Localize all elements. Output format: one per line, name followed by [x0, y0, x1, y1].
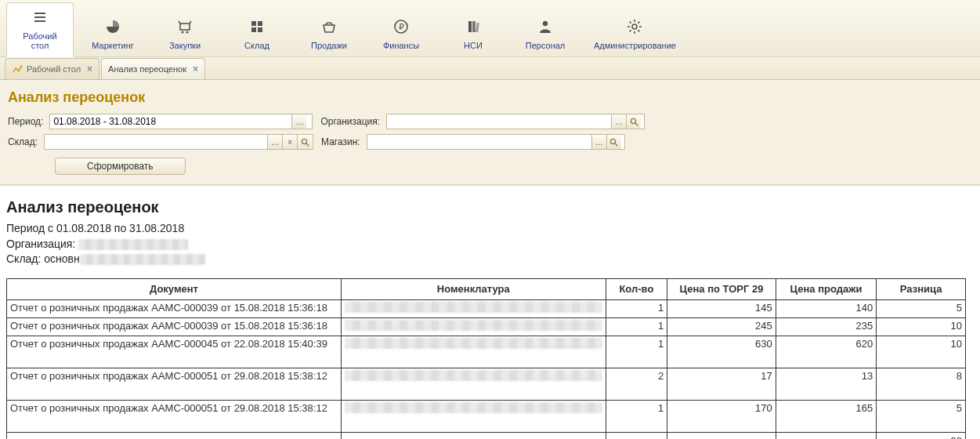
svg-point-30: [302, 139, 306, 143]
svg-rect-1: [34, 16, 45, 18]
sklad-search-button[interactable]: [297, 135, 312, 149]
svg-rect-9: [258, 21, 262, 26]
generate-button[interactable]: Сформировать: [55, 158, 186, 175]
cell-nomenclature: [341, 368, 606, 400]
cell-total-diff: 38: [877, 432, 966, 439]
cell-document: Отчет о розничных продажах ААМС-000051 о…: [7, 368, 342, 400]
cell-sale: 140: [776, 299, 877, 317]
toolbar-item-8[interactable]: Администрирование: [584, 13, 685, 56]
pie-icon: [103, 17, 122, 36]
cell-torg: 170: [667, 400, 776, 432]
toolbar-item-5[interactable]: ₽Финансы: [368, 13, 434, 56]
cell-torg: 145: [667, 299, 776, 317]
toolbar-item-2[interactable]: Закупки: [152, 13, 218, 56]
magazin-ellipsis-button[interactable]: …: [591, 135, 606, 149]
close-icon[interactable]: ×: [193, 63, 198, 74]
sklad-ellipsis-button[interactable]: …: [267, 135, 282, 149]
svg-point-18: [632, 24, 637, 29]
period-input-wrap: …: [49, 114, 313, 129]
cell-document: Отчет о розничных продажах ААМС-000051 о…: [7, 400, 342, 432]
toolbar-item-label: Администрирование: [594, 41, 676, 50]
toolbar-item-label: Рабочий: [23, 31, 56, 41]
cell-diff: 5: [877, 400, 966, 432]
toolbar-item-0[interactable]: Рабочийстол: [6, 2, 74, 57]
org-search-button[interactable]: [626, 114, 641, 129]
svg-line-29: [635, 122, 638, 125]
redacted-text: [345, 302, 602, 313]
toolbar-item-label: Продажи: [311, 41, 347, 50]
table-totals-row: 38: [7, 432, 966, 439]
sklad-clear-button[interactable]: ×: [282, 135, 297, 149]
toolbar-item-label2: стол: [31, 41, 49, 50]
svg-rect-14: [468, 21, 472, 32]
org-input[interactable]: [387, 114, 611, 129]
svg-rect-11: [258, 27, 262, 32]
cell-nomenclature: [341, 299, 606, 317]
cell-sale: 13: [776, 368, 877, 400]
toolbar-item-1[interactable]: Маркетинг: [80, 13, 146, 56]
period-input[interactable]: [50, 114, 291, 129]
report-org-prefix: Организация:: [6, 238, 75, 250]
org-input-wrap: …: [386, 114, 645, 129]
tab-label: Анализ переоценок: [108, 64, 186, 74]
report-area: Анализ переоценок Период с 01.08.2018 по…: [0, 185, 980, 439]
cell-sale: 165: [776, 400, 877, 432]
magazin-input[interactable]: [367, 135, 591, 149]
person-icon: [536, 17, 555, 36]
grid-icon: [248, 17, 266, 36]
books-icon: [464, 17, 483, 36]
cell-document: Отчет о розничных продажах ААМС-000039 о…: [7, 299, 342, 317]
cell-diff: 5: [877, 299, 966, 317]
toolbar-item-label: Персонал: [526, 41, 566, 50]
magazin-input-wrap: …: [367, 134, 625, 150]
search-icon: [301, 138, 309, 147]
cell-torg: 245: [667, 317, 776, 336]
toolbar-item-6[interactable]: НСИ: [440, 13, 506, 56]
cell-qty: 1: [606, 400, 667, 432]
toolbar-item-7[interactable]: Персонал: [512, 13, 578, 56]
table-row: Отчет о розничных продажах ААМС-000039 о…: [7, 317, 966, 336]
cell-qty: 2: [606, 368, 667, 400]
tab-1[interactable]: Анализ переоценок×: [101, 58, 205, 79]
redacted-text: [345, 370, 602, 381]
col-nomenclature: Номенклатура: [341, 278, 606, 299]
main-toolbar: РабочийстолМаркетингЗакупкиСкладПродажи₽…: [0, 0, 980, 57]
cell-nomenclature: [341, 336, 606, 368]
cell-sale: 620: [776, 336, 877, 368]
cell-empty: [776, 432, 877, 439]
svg-point-28: [631, 118, 635, 123]
search-icon: [609, 138, 618, 147]
table-header-row: Документ Номенклатура Кол-во Цена по ТОР…: [7, 278, 966, 299]
page-title: Анализ переоценок: [0, 80, 980, 112]
menu-icon: [31, 8, 49, 27]
toolbar-item-4[interactable]: Продажи: [296, 13, 362, 56]
cell-nomenclature: [341, 400, 606, 432]
toolbar-item-3[interactable]: Склад: [224, 13, 290, 56]
cell-qty: 1: [606, 336, 667, 368]
search-icon: [630, 118, 638, 126]
svg-rect-10: [251, 27, 256, 32]
cell-sale: 235: [776, 317, 877, 336]
report-sklad-prefix: Склад: основн: [6, 252, 80, 265]
close-icon[interactable]: ×: [87, 63, 92, 74]
toolbar-item-label: Финансы: [383, 41, 419, 50]
svg-line-24: [638, 30, 640, 31]
redacted-text: [78, 239, 188, 250]
cell-torg: 630: [667, 336, 776, 368]
magazin-search-button[interactable]: [606, 135, 621, 149]
sklad-input[interactable]: [45, 135, 267, 149]
svg-rect-8: [251, 21, 256, 26]
cell-diff: 10: [877, 336, 966, 368]
redacted-text: [345, 338, 602, 349]
col-document: Документ: [7, 278, 342, 299]
tab-0[interactable]: Рабочий стол×: [5, 58, 99, 79]
period-ellipsis-button[interactable]: …: [291, 114, 306, 129]
svg-rect-3: [180, 24, 190, 30]
svg-line-25: [630, 30, 631, 31]
cell-diff: 8: [877, 368, 966, 400]
table-row: Отчет о розничных продажах ААМС-000051 о…: [7, 400, 966, 432]
cell-empty: [667, 432, 776, 439]
col-sale-price: Цена продажи: [776, 278, 877, 299]
org-ellipsis-button[interactable]: …: [611, 114, 626, 129]
svg-point-17: [543, 21, 548, 26]
